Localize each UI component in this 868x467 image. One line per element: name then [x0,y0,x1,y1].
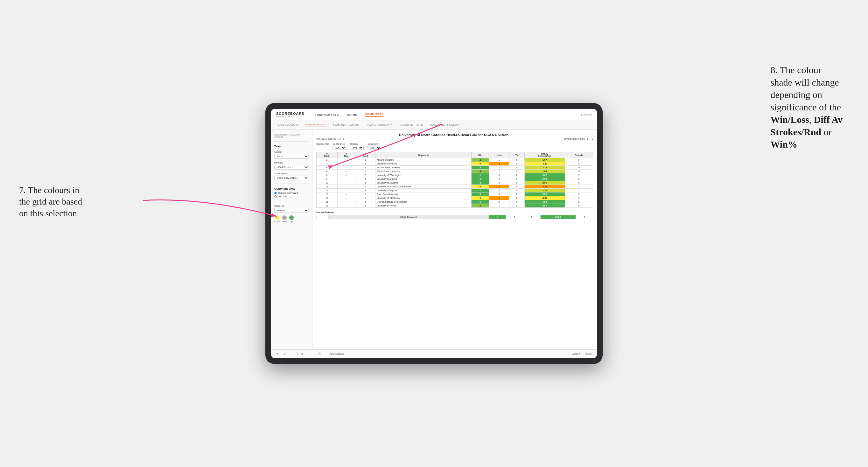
subnav-team-h2h-heatmap[interactable]: TEAM H2H HEATMAP [333,123,361,127]
subnav-player-h2h-heatmap[interactable]: PLAYER H2H HEATMAP [430,123,460,127]
team-section-title: Team [274,145,309,148]
colour-by-label: Colour by [274,205,309,208]
out-of-division-label: Out of division [316,211,593,214]
opponent-filter-select[interactable]: (All) [368,146,381,150]
sign-out[interactable]: | Sign out [581,113,592,116]
undo-btn[interactable]: ↺ [275,352,280,356]
separator-2 [314,352,314,356]
table-row: 4-1Arizona State University5102.2817 [317,166,593,169]
sidebar: Last Updated: 27/03/2024 16:55:38 Team G… [271,130,312,349]
opponents-played-option[interactable]: Opponents Played [274,191,309,194]
logo-text: SCOREBOARD [276,112,305,116]
toolbar-right: Watch ▾ Share [570,352,593,356]
table-row: 14-2University of Oklahoma010-1.003 [317,196,593,200]
subnav-player-summary[interactable]: PLAYER SUMMARY [367,123,392,127]
nav-tournaments[interactable]: TOURNAMENTS [315,113,339,117]
region-filter-label: Region [350,143,364,145]
nav-bar: SCOREBOARD Powered by clippd TOURNAMENTS… [271,109,597,121]
subnav-player-h2h-grid[interactable]: PLAYER H2H GRID [399,123,423,127]
overall-record: Overall Record: 89 - 17 - 0 [316,137,344,140]
filter-region: Region (All) [350,143,364,150]
table-row: 8-2University of Washington1003.673 [317,174,593,177]
table-row: 9-3University of Arizona1009.002 [317,177,593,181]
opponent-view-label: Opponent View [274,187,309,190]
gender-select[interactable]: Men's [274,154,309,159]
th-reg: #Reg [337,152,355,158]
share-btn[interactable]: Share [584,352,593,356]
gender-label: Gender [274,151,309,153]
grid-area: University of North Carolina Head-to-Hea… [312,130,597,349]
table-row: 6-2Florida State University4201.8312 [317,169,593,174]
copy-btn[interactable]: ⧉ [300,352,305,356]
th-diff: Diff AvStrokes/Rnd [524,152,565,158]
sub-nav: TEAM SUMMARY TEAM H2H GRID TEAM H2H HEAT… [271,121,597,130]
th-opponent: Opponent [375,152,471,158]
watch-btn[interactable]: Watch ▾ [570,352,582,356]
grid-title: University of North Carolina Head-to-Hea… [316,133,593,137]
bottom-toolbar: ↺ ↻ ← ⧉ ··· 🕐 View: Original Watch ▾ Sha… [271,349,597,358]
filter-opponents: Opponents: [316,143,329,145]
opponents-filter-label: Opponents: [316,143,329,145]
main-content: Last Updated: 27/03/2024 16:55:38 Team G… [271,130,597,349]
tablet-screen: SCOREBOARD Powered by clippd TOURNAMENTS… [271,109,597,358]
table-row: 2-1Auburn University2101.679 [317,158,593,162]
down-dot [275,215,279,220]
division-record: Division Record: 88 - 17 - 0 [564,137,593,140]
tablet-frame: SCOREBOARD Powered by clippd TOURNAMENTS… [266,103,602,364]
colour-by-select[interactable]: Win/loss [274,208,309,213]
table-row: 13-1Texas Tech University3005.569 [317,192,593,196]
school-select[interactable]: 1. University of Nort... [274,176,309,180]
logo-sub: Powered by clippd [276,116,305,117]
grid-subtitle: Overall Record: 89 - 17 - 0 Division Rec… [316,137,593,140]
table-row: 10-5University of Alabama3002.618 [317,181,593,185]
subnav-team-summary[interactable]: TEAM SUMMARY [276,123,299,127]
opponent-filter-label: Opponent [368,143,381,145]
filters-row: Opponents: Conference (All) Region (All) [316,143,593,150]
opponent-radio-group: Opponents Played Top 100 [274,191,309,198]
division-select[interactable]: NCAA Division I [274,165,309,169]
annotation-left: 7. The colours in the grid are based on … [19,185,82,219]
table-row: 11-6University of Arkansas, Fayetteville… [317,185,593,189]
annotation-right: 8. The colour shade will change dependin… [771,64,842,151]
conference-filter-label: Conference [333,143,346,145]
nav-committee[interactable]: COMMITTEE [365,113,384,117]
th-rank: #Rank [317,152,338,158]
separator-3 [325,352,325,356]
th-tie: Tie [509,152,525,158]
conference-filter-select[interactable]: (All) [333,146,346,150]
top100-option[interactable]: Top 100 [274,195,309,198]
out-of-division-table: NCAA Division II10026.003 [316,215,593,219]
view-original-btn[interactable]: View: Original [328,352,345,356]
th-loss: Loss [489,152,509,158]
last-updated: Last Updated: 27/03/2024 16:55:38 [274,134,309,138]
th-win: Win [471,152,489,158]
school-label: School (Rank) [274,172,309,175]
table-row: 16-2University of Florida3106.679 [317,204,593,208]
h2h-table: #Rank #Reg #Conf Opponent Win Loss Tie D… [316,152,593,208]
table-row: 12-3University of Virginia1002.333 [317,189,593,192]
ood-table-row: NCAA Division II10026.003 [317,215,593,219]
logo-area: SCOREBOARD Powered by clippd [276,112,305,117]
back-btn[interactable]: ← [289,352,294,356]
th-conf: #Conf [355,152,375,158]
subnav-team-h2h-grid[interactable]: TEAM H2H GRID [305,123,327,127]
more-btn[interactable]: ··· [307,352,311,356]
table-row: 15-4Georgia Institute of Technology5004.… [317,200,593,204]
up-dot [289,215,294,220]
division-label: Division [274,161,309,164]
separator-1 [297,352,298,356]
region-filter-select[interactable]: (All) [350,146,364,150]
nav-teams[interactable]: TEAMS [346,113,357,117]
colour-legend: Down Level Up [274,215,309,223]
filter-conference: Conference (All) [333,143,346,150]
redo-btn[interactable]: ↻ [282,352,287,356]
table-row: 3-2Vanderbilt University040-2.298 [317,162,593,166]
level-dot [282,215,287,220]
table-header-row: #Rank #Reg #Conf Opponent Win Loss Tie D… [317,152,593,158]
clock-btn[interactable]: 🕐 [317,352,322,356]
filter-opponent: Opponent (All) [368,143,381,150]
th-rounds: Rounds [565,152,593,158]
